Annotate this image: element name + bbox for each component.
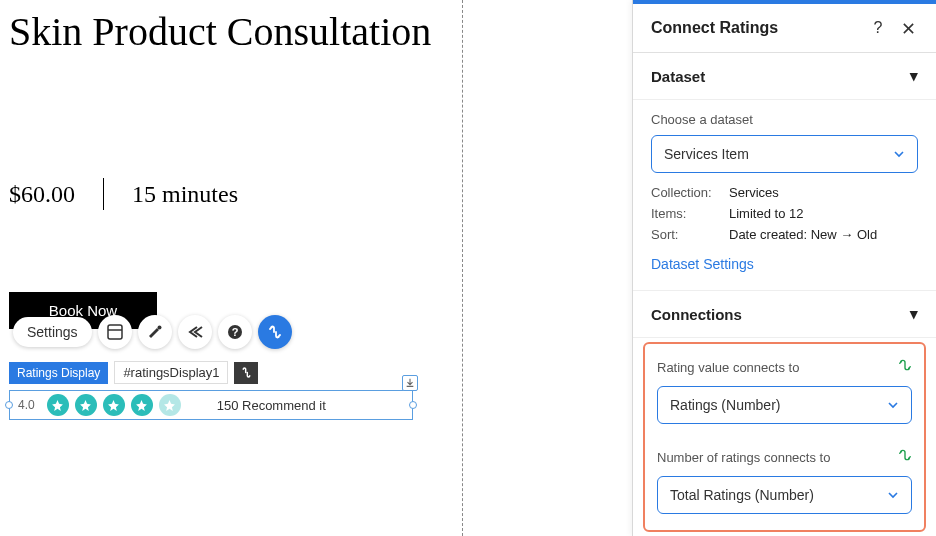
rating-value-select-value: Ratings (Number) [670, 397, 780, 413]
ratings-display-element[interactable]: 4.0 150 Recommend it [9, 390, 413, 420]
chevron-down-icon [893, 148, 905, 160]
star-icon [103, 394, 125, 416]
resize-handle-left[interactable] [5, 401, 13, 409]
dataset-select[interactable]: Services Item [651, 135, 918, 173]
chevron-down-icon [887, 489, 899, 501]
dataset-section-header[interactable]: Dataset ▾ [633, 53, 936, 100]
canvas-guide [462, 0, 463, 536]
num-ratings-select[interactable]: Total Ratings (Number) [657, 476, 912, 514]
chevron-down-icon: ▾ [910, 305, 918, 323]
page-title: Skin Product Consultation [9, 6, 611, 58]
dataset-settings-link[interactable]: Dataset Settings [651, 256, 918, 272]
choose-dataset-label: Choose a dataset [651, 112, 918, 127]
help-icon[interactable]: ? [218, 315, 252, 349]
price-row: $60.00 15 minutes [9, 178, 611, 210]
sync-icon [898, 448, 912, 466]
rating-value-select[interactable]: Ratings (Number) [657, 386, 912, 424]
collection-row: Collection: Services [651, 185, 918, 200]
svg-point-2 [157, 326, 161, 330]
connect-data-icon[interactable] [258, 315, 292, 349]
resize-handle-right[interactable] [409, 401, 417, 409]
panel-title: Connect Ratings [651, 19, 858, 37]
help-icon[interactable]: ? [868, 18, 888, 38]
element-tag-row: Ratings Display #ratingsDisplay1 [9, 361, 611, 384]
num-ratings-group: Number of ratings connects to Total Rati… [645, 440, 924, 530]
dataset-section-body: Choose a dataset Services Item Collectio… [633, 100, 936, 291]
price-value: $60.00 [9, 181, 75, 208]
star-icon [47, 394, 69, 416]
items-row: Items: Limited to 12 [651, 206, 918, 221]
sync-icon [898, 358, 912, 376]
animation-icon[interactable] [178, 315, 212, 349]
connections-section-header[interactable]: Connections ▾ [633, 291, 936, 338]
chevron-down-icon [887, 399, 899, 411]
duration-value: 15 minutes [132, 181, 238, 208]
chevron-down-icon: ▾ [910, 67, 918, 85]
element-toolbar: Settings ? [13, 315, 611, 349]
settings-button[interactable]: Settings [13, 317, 92, 347]
editor-canvas: Skin Product Consultation $60.00 15 minu… [0, 0, 620, 536]
sort-row: Sort: Date created: New → Old [651, 227, 918, 242]
num-ratings-select-value: Total Ratings (Number) [670, 487, 814, 503]
connections-heading: Connections [651, 306, 742, 323]
rating-value-group: Rating value connects to Ratings (Number… [645, 344, 924, 440]
star-row [47, 394, 181, 416]
element-id-badge: #ratingsDisplay1 [114, 361, 228, 384]
layout-icon[interactable] [98, 315, 132, 349]
panel-header: Connect Ratings ? [633, 4, 936, 53]
star-icon [131, 394, 153, 416]
dataset-heading: Dataset [651, 68, 705, 85]
divider [103, 178, 104, 210]
star-icon [75, 394, 97, 416]
dataset-select-value: Services Item [664, 146, 749, 162]
svg-rect-0 [108, 325, 122, 339]
star-icon [159, 394, 181, 416]
num-ratings-label: Number of ratings connects to [657, 450, 830, 465]
svg-text:?: ? [231, 326, 238, 338]
rating-value-label: Rating value connects to [657, 360, 799, 375]
element-connect-badge[interactable] [234, 362, 258, 384]
connect-panel: Connect Ratings ? Dataset ▾ Choose a dat… [632, 0, 936, 536]
connections-highlight: Rating value connects to Ratings (Number… [643, 342, 926, 532]
design-icon[interactable] [138, 315, 172, 349]
close-icon[interactable] [898, 18, 918, 38]
element-type-badge: Ratings Display [9, 362, 108, 384]
download-icon[interactable] [402, 375, 418, 391]
rating-value: 4.0 [18, 398, 35, 412]
rating-count: 150 Recommend it [217, 398, 326, 413]
